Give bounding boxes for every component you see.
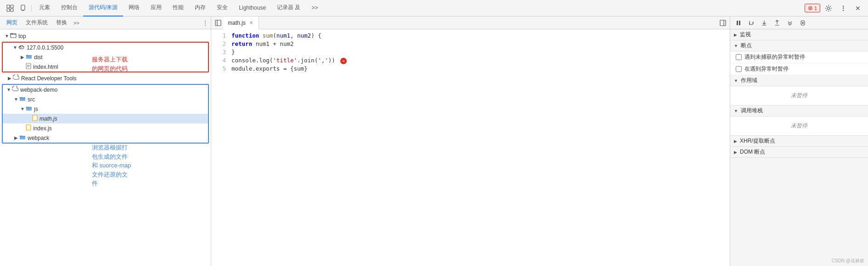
svg-rect-25: [737, 21, 738, 25]
tree-item-react-dev[interactable]: ▶ React Developer Tools: [0, 73, 211, 83]
line-num-2: 2: [215, 40, 226, 47]
svg-rect-19: [26, 125, 31, 130]
checkbox-uncaught[interactable]: [736, 54, 742, 60]
tree-item-index-html[interactable]: index.html: [3, 62, 208, 72]
tree-item-server[interactable]: ▼ 127.0.0.1:5500: [3, 43, 208, 52]
sidebar-toggle-right[interactable]: [718, 18, 728, 28]
code-line-3: 3 }: [211, 49, 730, 57]
tree-item-top[interactable]: ▼ top: [0, 31, 211, 41]
inspect-icon[interactable]: [4, 2, 17, 15]
file-icon-math-js: [32, 115, 38, 122]
arrow-down-icon-server: ▼: [12, 45, 18, 50]
sub-tab-filesystem[interactable]: 文件系统: [22, 18, 51, 28]
step-button[interactable]: [784, 17, 795, 28]
sub-tab-webpage[interactable]: 网页: [3, 18, 21, 28]
tree-item-math-js[interactable]: math.js: [3, 114, 208, 123]
tree-item-webpack-demo[interactable]: ▼ webpack-demo: [3, 85, 208, 94]
tree-item-js[interactable]: ▼ js: [3, 104, 208, 114]
code-line-5: 5 module.exports = {sum}: [211, 65, 730, 73]
tab-more[interactable]: >>: [306, 0, 323, 17]
more-options-button[interactable]: ⋮: [837, 2, 850, 15]
section-dom-header[interactable]: ▶ DOM 断点: [730, 147, 868, 158]
line-num-5: 5: [215, 65, 226, 72]
section-arrow-breakpoints: ▼: [734, 44, 738, 48]
tab-sources[interactable]: 源代码/来源: [83, 0, 123, 17]
arrow-right-icon-react: ▶: [6, 76, 13, 81]
code-tab-math-js[interactable]: math.js ✕: [223, 17, 259, 29]
cloud-icon-react: [13, 74, 19, 82]
section-watch-header[interactable]: ▶ 监视: [730, 29, 868, 40]
section-callstack-label: 调用堆栈: [741, 107, 763, 115]
scope-empty-text: 未暂停: [736, 88, 862, 103]
tab-memory[interactable]: 内存: [189, 0, 211, 17]
arrow-down-icon-webpack: ▼: [6, 87, 12, 92]
checkbox-exception[interactable]: [736, 66, 742, 72]
three-dots-icon: ⋮: [840, 5, 847, 12]
line-num-3: 3: [215, 49, 226, 55]
arrow-right-icon-webpack-folder: ▶: [13, 135, 19, 140]
sub-tab-more[interactable]: >>: [72, 19, 81, 27]
sidebar-toggle-left[interactable]: [213, 18, 223, 28]
tree-item-dist[interactable]: ▶ dist: [3, 52, 208, 62]
red-box-server: ▼ 127.0.0.1:5500 ▶ dist: [2, 42, 209, 72]
tab-network[interactable]: 网络: [123, 0, 145, 17]
code-tab-close-button[interactable]: ✕: [248, 20, 254, 26]
step-over-button[interactable]: [746, 17, 757, 28]
tab-performance[interactable]: 性能: [167, 0, 189, 17]
step-into-button[interactable]: [759, 17, 770, 28]
section-xhr-label: XHR/提取断点: [740, 137, 775, 145]
math-js-label: math.js: [39, 116, 57, 122]
tree-item-index-js[interactable]: index.js: [3, 123, 208, 133]
section-xhr-header[interactable]: ▶ XHR/提取断点: [730, 136, 868, 147]
checkbox-uncaught-label: 遇到未捕获的异常时暂停: [744, 53, 805, 61]
deactivate-breakpoints-button[interactable]: [797, 17, 808, 28]
code-tab-label: math.js: [228, 20, 246, 26]
webpack-demo-label: webpack-demo: [20, 87, 57, 93]
close-button[interactable]: ✕: [851, 2, 864, 15]
pause-button[interactable]: [733, 17, 744, 28]
dist-label: dist: [34, 54, 43, 61]
tab-elements[interactable]: 元素: [34, 0, 56, 17]
tab-security[interactable]: 安全: [211, 0, 233, 17]
tree-item-webpack[interactable]: ▶ webpack: [3, 133, 208, 143]
settings-button[interactable]: [822, 2, 835, 15]
sub-tab-replace[interactable]: 替换: [52, 18, 71, 28]
section-arrow-watch: ▶: [734, 33, 737, 37]
webpack-label: webpack: [28, 135, 49, 141]
tree-item-src[interactable]: ▼ src: [3, 94, 208, 104]
code-body[interactable]: 1 function sum(num1, num2) { 2 return nu…: [211, 29, 730, 266]
cloud-icon-server: [18, 44, 25, 51]
tab-lighthouse[interactable]: Lighthouse: [233, 0, 271, 17]
folder-icon-src: [19, 95, 26, 103]
annotation-blue: 浏览器根据打 包生成的文件 和 suorce-map 文件还原的文 件: [92, 143, 131, 188]
svg-rect-20: [20, 136, 25, 139]
src-label: src: [28, 96, 35, 103]
svg-rect-17: [26, 107, 32, 111]
tab-console[interactable]: 控制台: [56, 0, 83, 17]
section-breakpoints-label: 断点: [741, 42, 752, 50]
left-panel: 网页 文件系统 替换 >> ⋮ ▼ top ▼: [0, 17, 211, 266]
code-line-4: 4 console.log('title'.join(',')) ✕: [211, 57, 730, 65]
checkbox-exception-label: 在遇到异常时暂停: [744, 65, 789, 73]
sub-toolbar-dots[interactable]: ⋮: [203, 20, 208, 26]
step-out-button[interactable]: [772, 17, 783, 28]
error-badge[interactable]: ⊗ 1: [805, 4, 820, 12]
arrow-down-icon-src: ▼: [13, 97, 19, 102]
svg-rect-3: [11, 9, 13, 11]
svg-rect-4: [21, 5, 25, 10]
section-arrow-scope: ▼: [734, 78, 738, 83]
svg-rect-0: [7, 5, 10, 8]
section-scope-header[interactable]: ▼ 作用域: [730, 75, 868, 86]
arrow-right-icon-dist: ▶: [19, 55, 26, 60]
top-toolbar: 元素 控制台 源代码/来源 网络 应用 性能 内存 安全 Lighthouse …: [0, 0, 868, 17]
device-icon[interactable]: [17, 2, 29, 15]
code-line-1: 1 function sum(num1, num2) {: [211, 32, 730, 40]
tab-application[interactable]: 应用: [145, 0, 167, 17]
section-scope-label: 作用域: [741, 77, 757, 84]
file-icon-index-html: [26, 63, 31, 71]
code-panel: math.js ✕ 1 function sum(num1, num2) { 2…: [211, 17, 730, 266]
tab-recorder[interactable]: 记录器 及: [271, 0, 306, 17]
section-watch-label: 监视: [740, 31, 751, 39]
section-callstack-header[interactable]: ▼ 调用堆栈: [730, 105, 868, 116]
section-breakpoints-header[interactable]: ▼ 断点: [730, 40, 868, 51]
